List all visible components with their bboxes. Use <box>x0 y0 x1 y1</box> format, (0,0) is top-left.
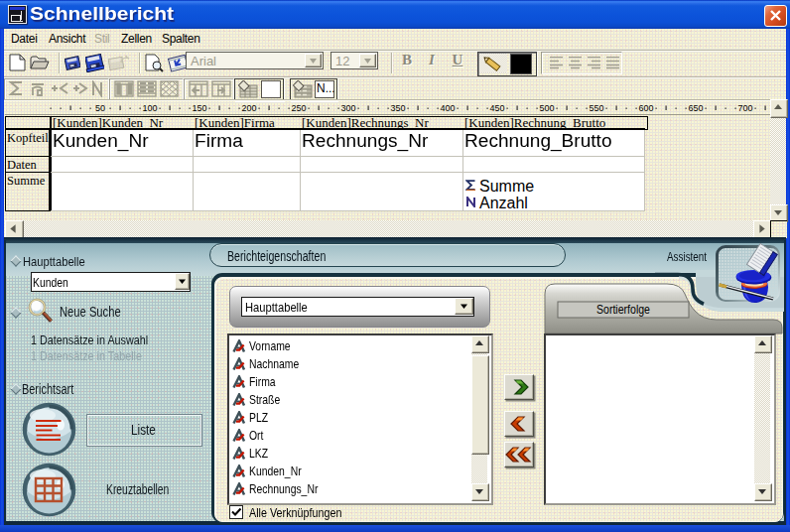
svg-text:600: 600 <box>638 103 653 113</box>
svg-text:150: 150 <box>192 103 206 113</box>
svg-text:300: 300 <box>340 103 355 113</box>
svg-text:500: 500 <box>539 103 554 113</box>
svg-text:400: 400 <box>440 103 455 113</box>
svg-text:450: 450 <box>489 103 504 113</box>
svg-text:700: 700 <box>737 103 752 113</box>
svg-text:550: 550 <box>589 103 603 113</box>
svg-text:350: 350 <box>390 103 405 113</box>
svg-text:Sortierfolge: Sortierfolge <box>596 303 650 317</box>
svg-text:100: 100 <box>142 103 157 113</box>
svg-text:250: 250 <box>291 103 306 113</box>
svg-text:650: 650 <box>688 103 703 113</box>
svg-text:200: 200 <box>241 103 256 113</box>
svg-text:50: 50 <box>95 103 105 113</box>
